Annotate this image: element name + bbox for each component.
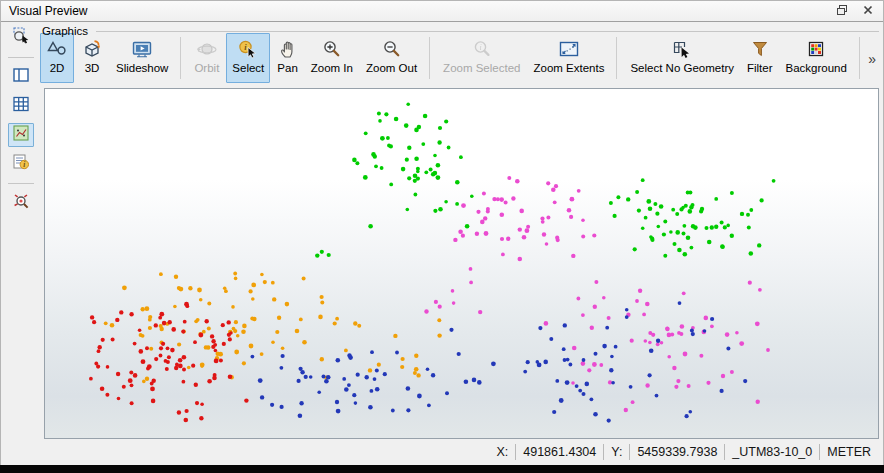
data-point[interactable] [148, 326, 152, 330]
data-point[interactable] [554, 184, 558, 188]
sidebar-button-table-view[interactable] [8, 94, 34, 118]
data-point[interactable] [184, 418, 189, 423]
data-point[interactable] [212, 376, 217, 381]
data-point[interactable] [315, 253, 319, 257]
data-point[interactable] [644, 216, 648, 220]
data-point[interactable] [302, 340, 307, 345]
data-point[interactable] [375, 387, 380, 392]
data-point[interactable] [224, 289, 228, 293]
data-point[interactable] [748, 281, 752, 285]
data-point[interactable] [133, 342, 137, 346]
data-point[interactable] [326, 375, 331, 380]
data-point[interactable] [593, 412, 598, 417]
data-point[interactable] [690, 328, 694, 332]
data-point[interactable] [625, 315, 629, 319]
data-point[interactable] [546, 215, 550, 219]
data-point[interactable] [675, 230, 680, 235]
data-point[interactable] [526, 360, 530, 364]
toolbar-button-pan[interactable]: Pan [271, 33, 303, 83]
data-point[interactable] [582, 392, 586, 396]
data-point[interactable] [188, 286, 192, 290]
data-point[interactable] [571, 254, 575, 258]
data-point[interactable] [100, 386, 105, 391]
data-point[interactable] [590, 397, 594, 401]
data-point[interactable] [401, 167, 406, 172]
data-point[interactable] [646, 199, 651, 204]
data-point[interactable] [506, 237, 510, 241]
data-point[interactable] [526, 225, 530, 229]
data-point[interactable] [416, 373, 420, 377]
data-point[interactable] [602, 296, 606, 300]
data-point[interactable] [469, 267, 473, 271]
data-point[interactable] [657, 225, 661, 229]
data-point[interactable] [648, 331, 652, 335]
data-point[interactable] [146, 367, 150, 371]
data-point[interactable] [756, 400, 760, 404]
data-point[interactable] [170, 348, 175, 353]
data-point[interactable] [687, 384, 691, 388]
data-point[interactable] [556, 238, 560, 242]
data-point[interactable] [667, 333, 672, 338]
data-point[interactable] [593, 305, 597, 309]
data-point[interactable] [232, 327, 236, 331]
toolbar-button-select[interactable]: iSelect [226, 33, 270, 83]
data-point[interactable] [455, 202, 459, 206]
data-point[interactable] [637, 209, 641, 213]
data-point[interactable] [182, 380, 186, 384]
data-point[interactable] [199, 416, 203, 420]
data-point[interactable] [184, 302, 189, 307]
data-point[interactable] [676, 379, 680, 383]
data-point[interactable] [565, 380, 570, 385]
data-point[interactable] [458, 230, 463, 235]
data-point[interactable] [424, 170, 428, 174]
data-point[interactable] [703, 329, 707, 333]
data-point[interactable] [499, 197, 504, 202]
toolbar-button-2d[interactable]: 2D [40, 33, 74, 83]
data-point[interactable] [433, 154, 437, 158]
data-point[interactable] [128, 378, 133, 383]
data-point[interactable] [228, 337, 232, 341]
data-point[interactable] [260, 395, 264, 399]
data-point[interactable] [152, 379, 156, 383]
data-point[interactable] [161, 342, 165, 346]
data-point[interactable] [486, 209, 490, 213]
data-point[interactable] [475, 232, 479, 236]
data-point[interactable] [270, 403, 274, 407]
data-point[interactable] [197, 288, 202, 293]
data-point[interactable] [171, 327, 176, 332]
data-point[interactable] [582, 358, 586, 362]
data-point[interactable] [610, 355, 614, 359]
data-point[interactable] [735, 331, 739, 335]
float-button[interactable] [835, 4, 849, 18]
data-point[interactable] [482, 192, 486, 196]
data-point[interactable] [395, 351, 399, 355]
data-point[interactable] [373, 377, 377, 381]
data-point[interactable] [133, 373, 138, 378]
scatter-plot[interactable] [45, 89, 876, 436]
data-point[interactable] [689, 205, 693, 209]
data-point[interactable] [656, 342, 660, 346]
data-point[interactable] [730, 191, 734, 195]
data-point[interactable] [162, 321, 167, 326]
data-point[interactable] [299, 401, 303, 405]
data-point[interactable] [648, 207, 653, 212]
data-point[interactable] [141, 334, 145, 338]
data-point[interactable] [196, 318, 200, 322]
sidebar-button-inspect[interactable] [8, 26, 34, 50]
data-point[interactable] [263, 280, 267, 284]
data-point[interactable] [451, 289, 455, 293]
data-point[interactable] [251, 283, 256, 288]
data-point[interactable] [105, 393, 109, 397]
sidebar-button-display-control[interactable] [8, 65, 34, 89]
sidebar-button-graphics-view[interactable] [8, 123, 34, 147]
data-point[interactable] [594, 352, 598, 356]
data-point[interactable] [151, 399, 156, 404]
data-point[interactable] [373, 154, 377, 158]
data-point[interactable] [641, 226, 645, 230]
data-point[interactable] [501, 253, 505, 257]
data-point[interactable] [437, 333, 441, 337]
data-point[interactable] [549, 337, 553, 341]
data-point[interactable] [394, 117, 399, 122]
data-point[interactable] [721, 374, 725, 378]
data-point[interactable] [272, 297, 276, 301]
